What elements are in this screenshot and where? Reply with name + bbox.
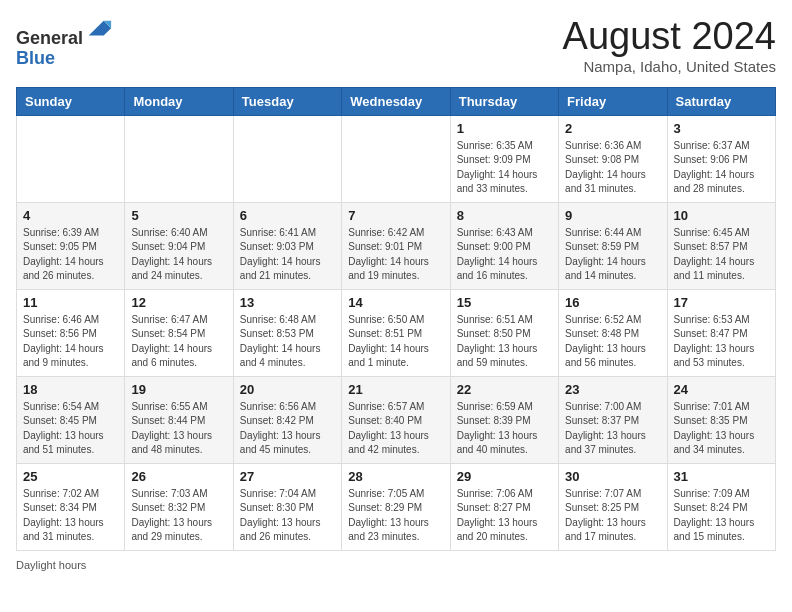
day-header-monday: Monday xyxy=(125,87,233,115)
day-number: 14 xyxy=(348,295,443,310)
day-number: 16 xyxy=(565,295,660,310)
calendar-cell: 13Sunrise: 6:48 AM Sunset: 8:53 PM Dayli… xyxy=(233,289,341,376)
day-header-tuesday: Tuesday xyxy=(233,87,341,115)
day-info: Sunrise: 6:35 AM Sunset: 9:09 PM Dayligh… xyxy=(457,139,552,197)
day-header-saturday: Saturday xyxy=(667,87,775,115)
day-info: Sunrise: 7:07 AM Sunset: 8:25 PM Dayligh… xyxy=(565,487,660,545)
day-info: Sunrise: 7:02 AM Sunset: 8:34 PM Dayligh… xyxy=(23,487,118,545)
logo-general: General xyxy=(16,28,83,48)
calendar-cell: 25Sunrise: 7:02 AM Sunset: 8:34 PM Dayli… xyxy=(17,463,125,550)
location: Nampa, Idaho, United States xyxy=(563,58,776,75)
day-number: 10 xyxy=(674,208,769,223)
calendar-cell: 23Sunrise: 7:00 AM Sunset: 8:37 PM Dayli… xyxy=(559,376,667,463)
day-number: 18 xyxy=(23,382,118,397)
day-number: 5 xyxy=(131,208,226,223)
day-number: 23 xyxy=(565,382,660,397)
month-title: August 2024 xyxy=(563,16,776,58)
day-info: Sunrise: 7:04 AM Sunset: 8:30 PM Dayligh… xyxy=(240,487,335,545)
calendar-cell: 15Sunrise: 6:51 AM Sunset: 8:50 PM Dayli… xyxy=(450,289,558,376)
calendar-cell xyxy=(342,115,450,202)
calendar-body: 1Sunrise: 6:35 AM Sunset: 9:09 PM Daylig… xyxy=(17,115,776,550)
calendar-cell: 30Sunrise: 7:07 AM Sunset: 8:25 PM Dayli… xyxy=(559,463,667,550)
title-block: August 2024 Nampa, Idaho, United States xyxy=(563,16,776,75)
day-number: 7 xyxy=(348,208,443,223)
day-number: 15 xyxy=(457,295,552,310)
page-header: General Blue August 2024 Nampa, Idaho, U… xyxy=(16,16,776,75)
week-row-4: 18Sunrise: 6:54 AM Sunset: 8:45 PM Dayli… xyxy=(17,376,776,463)
calendar-cell: 1Sunrise: 6:35 AM Sunset: 9:09 PM Daylig… xyxy=(450,115,558,202)
calendar-cell: 5Sunrise: 6:40 AM Sunset: 9:04 PM Daylig… xyxy=(125,202,233,289)
daylight-label: Daylight hours xyxy=(16,559,86,571)
day-info: Sunrise: 6:57 AM Sunset: 8:40 PM Dayligh… xyxy=(348,400,443,458)
day-header-sunday: Sunday xyxy=(17,87,125,115)
calendar-cell: 9Sunrise: 6:44 AM Sunset: 8:59 PM Daylig… xyxy=(559,202,667,289)
calendar-cell: 29Sunrise: 7:06 AM Sunset: 8:27 PM Dayli… xyxy=(450,463,558,550)
logo: General Blue xyxy=(16,16,113,69)
day-info: Sunrise: 7:03 AM Sunset: 8:32 PM Dayligh… xyxy=(131,487,226,545)
day-number: 29 xyxy=(457,469,552,484)
day-number: 8 xyxy=(457,208,552,223)
calendar-cell: 16Sunrise: 6:52 AM Sunset: 8:48 PM Dayli… xyxy=(559,289,667,376)
calendar-cell: 17Sunrise: 6:53 AM Sunset: 8:47 PM Dayli… xyxy=(667,289,775,376)
calendar-cell: 12Sunrise: 6:47 AM Sunset: 8:54 PM Dayli… xyxy=(125,289,233,376)
day-number: 30 xyxy=(565,469,660,484)
day-info: Sunrise: 6:56 AM Sunset: 8:42 PM Dayligh… xyxy=(240,400,335,458)
week-row-2: 4Sunrise: 6:39 AM Sunset: 9:05 PM Daylig… xyxy=(17,202,776,289)
day-info: Sunrise: 6:41 AM Sunset: 9:03 PM Dayligh… xyxy=(240,226,335,284)
logo-icon xyxy=(85,16,113,44)
day-number: 2 xyxy=(565,121,660,136)
day-info: Sunrise: 6:50 AM Sunset: 8:51 PM Dayligh… xyxy=(348,313,443,371)
day-number: 22 xyxy=(457,382,552,397)
day-info: Sunrise: 6:43 AM Sunset: 9:00 PM Dayligh… xyxy=(457,226,552,284)
day-info: Sunrise: 6:48 AM Sunset: 8:53 PM Dayligh… xyxy=(240,313,335,371)
day-info: Sunrise: 7:06 AM Sunset: 8:27 PM Dayligh… xyxy=(457,487,552,545)
calendar-cell: 3Sunrise: 6:37 AM Sunset: 9:06 PM Daylig… xyxy=(667,115,775,202)
calendar-cell: 28Sunrise: 7:05 AM Sunset: 8:29 PM Dayli… xyxy=(342,463,450,550)
day-info: Sunrise: 6:37 AM Sunset: 9:06 PM Dayligh… xyxy=(674,139,769,197)
day-info: Sunrise: 6:44 AM Sunset: 8:59 PM Dayligh… xyxy=(565,226,660,284)
calendar-cell: 27Sunrise: 7:04 AM Sunset: 8:30 PM Dayli… xyxy=(233,463,341,550)
week-row-5: 25Sunrise: 7:02 AM Sunset: 8:34 PM Dayli… xyxy=(17,463,776,550)
day-info: Sunrise: 6:36 AM Sunset: 9:08 PM Dayligh… xyxy=(565,139,660,197)
day-info: Sunrise: 6:55 AM Sunset: 8:44 PM Dayligh… xyxy=(131,400,226,458)
day-number: 6 xyxy=(240,208,335,223)
day-info: Sunrise: 7:00 AM Sunset: 8:37 PM Dayligh… xyxy=(565,400,660,458)
day-number: 13 xyxy=(240,295,335,310)
day-info: Sunrise: 6:42 AM Sunset: 9:01 PM Dayligh… xyxy=(348,226,443,284)
day-header-friday: Friday xyxy=(559,87,667,115)
calendar: SundayMondayTuesdayWednesdayThursdayFrid… xyxy=(16,87,776,551)
calendar-cell: 14Sunrise: 6:50 AM Sunset: 8:51 PM Dayli… xyxy=(342,289,450,376)
day-info: Sunrise: 6:51 AM Sunset: 8:50 PM Dayligh… xyxy=(457,313,552,371)
footer: Daylight hours xyxy=(16,559,776,571)
day-info: Sunrise: 6:52 AM Sunset: 8:48 PM Dayligh… xyxy=(565,313,660,371)
day-number: 20 xyxy=(240,382,335,397)
logo-blue: Blue xyxy=(16,48,55,68)
calendar-cell: 11Sunrise: 6:46 AM Sunset: 8:56 PM Dayli… xyxy=(17,289,125,376)
calendar-cell: 19Sunrise: 6:55 AM Sunset: 8:44 PM Dayli… xyxy=(125,376,233,463)
day-info: Sunrise: 6:54 AM Sunset: 8:45 PM Dayligh… xyxy=(23,400,118,458)
day-number: 28 xyxy=(348,469,443,484)
day-number: 9 xyxy=(565,208,660,223)
calendar-cell: 24Sunrise: 7:01 AM Sunset: 8:35 PM Dayli… xyxy=(667,376,775,463)
day-number: 11 xyxy=(23,295,118,310)
day-number: 26 xyxy=(131,469,226,484)
day-number: 21 xyxy=(348,382,443,397)
day-info: Sunrise: 6:59 AM Sunset: 8:39 PM Dayligh… xyxy=(457,400,552,458)
day-number: 27 xyxy=(240,469,335,484)
day-header-wednesday: Wednesday xyxy=(342,87,450,115)
day-number: 3 xyxy=(674,121,769,136)
calendar-cell: 21Sunrise: 6:57 AM Sunset: 8:40 PM Dayli… xyxy=(342,376,450,463)
day-info: Sunrise: 7:05 AM Sunset: 8:29 PM Dayligh… xyxy=(348,487,443,545)
day-info: Sunrise: 6:40 AM Sunset: 9:04 PM Dayligh… xyxy=(131,226,226,284)
day-header-thursday: Thursday xyxy=(450,87,558,115)
day-info: Sunrise: 6:53 AM Sunset: 8:47 PM Dayligh… xyxy=(674,313,769,371)
day-number: 17 xyxy=(674,295,769,310)
calendar-cell xyxy=(17,115,125,202)
day-number: 24 xyxy=(674,382,769,397)
calendar-cell xyxy=(233,115,341,202)
calendar-cell: 4Sunrise: 6:39 AM Sunset: 9:05 PM Daylig… xyxy=(17,202,125,289)
calendar-cell: 2Sunrise: 6:36 AM Sunset: 9:08 PM Daylig… xyxy=(559,115,667,202)
week-row-1: 1Sunrise: 6:35 AM Sunset: 9:09 PM Daylig… xyxy=(17,115,776,202)
day-number: 12 xyxy=(131,295,226,310)
calendar-header-row: SundayMondayTuesdayWednesdayThursdayFrid… xyxy=(17,87,776,115)
